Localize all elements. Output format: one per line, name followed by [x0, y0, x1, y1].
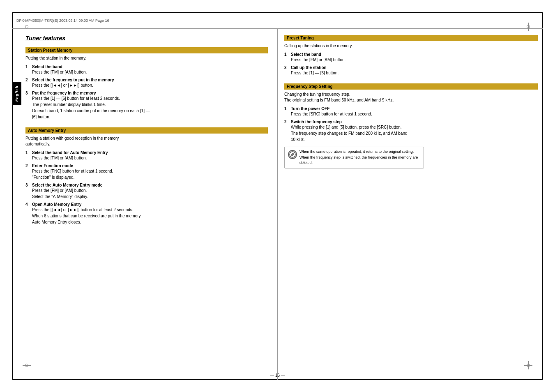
- auto-step-2-body: Press the [FNC] button for at least 1 se…: [25, 168, 268, 180]
- freq-step-2-body: While pressing the [1] and [5] button, p…: [284, 124, 538, 143]
- step-1-title: 1 Select the band: [25, 65, 268, 69]
- step-2-num: 2: [25, 78, 30, 82]
- frequency-step-desc: Changing the tuning frequency step. The …: [284, 92, 538, 103]
- auto-step-2-label: Enter Function mode: [32, 164, 73, 168]
- preset-step-2-label: Call up the station: [291, 65, 327, 70]
- auto-memory-desc: Putting a station with good reception in…: [25, 136, 268, 147]
- auto-step-4-label: Open Auto Memory Entry: [32, 202, 81, 207]
- step-2-label: Select the frequency to put in the memor…: [32, 78, 114, 82]
- auto-step-1-label: Select the band for Auto Memory Entry: [32, 150, 108, 155]
- side-label-english: English: [12, 82, 21, 105]
- step-2-title: 2 Select the frequency to put in the mem…: [25, 78, 268, 82]
- station-preset-desc: Putting the station in the memory.: [25, 55, 268, 61]
- step-1-num: 1: [25, 65, 30, 69]
- side-label-text: English: [15, 85, 19, 102]
- auto-step-1-title: 1 Select the band for Auto Memory Entry: [25, 150, 268, 155]
- preset-step-1-body: Press the [FM] or [AM] button.: [284, 57, 538, 63]
- step-3-body: Press the [1] — [6] button for at least …: [25, 95, 268, 120]
- auto-step-2: 2 Enter Function mode Press the [FNC] bu…: [25, 164, 268, 180]
- freq-step-1-title: 1 Turn the power OFF: [284, 106, 538, 111]
- note-text-2: When the frequency step is switched, the…: [299, 155, 418, 165]
- header-text: DPX-MP4050(M-TKR)(E) 2003.02.14 09:03 AM…: [16, 18, 109, 23]
- preset-step-1-label: Select the band: [291, 52, 321, 57]
- preset-tuning-section: Preset Tuning Calling up the stations in…: [284, 35, 538, 76]
- note-icon: [288, 150, 297, 159]
- freq-step-2-title: 2 Switch the frequency step: [284, 120, 538, 124]
- auto-step-3-num: 3: [25, 183, 30, 187]
- note-svg-icon: [289, 151, 296, 158]
- freq-step-1-label: Turn the power OFF: [291, 106, 329, 111]
- auto-step-4: 4 Open Auto Memory Entry Press the [|◄◄]…: [25, 202, 268, 225]
- border-right: [542, 12, 543, 380]
- freq-step-1-num: 1: [284, 106, 289, 111]
- preset-step-1: 1 Select the band Press the [FM] or [AM]…: [284, 52, 538, 63]
- note-box: When the same operation is repeated, it …: [284, 147, 424, 168]
- step-3-title: 3 Put the frequency in the memory: [25, 91, 268, 95]
- station-preset-section: Station Preset Memory Putting the statio…: [25, 47, 268, 120]
- step-3-label: Put the frequency in the memory: [32, 91, 96, 95]
- auto-step-3-body: Press the [FM] or [AM] button. Select th…: [25, 187, 268, 200]
- frequency-step-section: Frequency Step Setting Changing the tuni…: [284, 83, 538, 168]
- step-1-body: Press the [FM] or [AM] button.: [25, 69, 268, 75]
- auto-step-1: 1 Select the band for Auto Memory Entry …: [25, 150, 268, 161]
- step-1-label: Select the band: [32, 65, 62, 69]
- auto-step-3: 3 Select the Auto Memory Entry mode Pres…: [25, 183, 268, 200]
- left-column: Tuner features Station Preset Memory Put…: [21, 29, 276, 379]
- freq-step-1: 1 Turn the power OFF Press the [SRC] but…: [284, 106, 538, 117]
- preset-step-2-num: 2: [284, 65, 289, 70]
- preset-step-2-body: Press the [1] — [6] button.: [284, 70, 538, 76]
- auto-step-3-label: Select the Auto Memory Entry mode: [32, 183, 102, 187]
- content-area: Tuner features Station Preset Memory Put…: [21, 29, 542, 379]
- freq-step-2-num: 2: [284, 120, 289, 124]
- auto-step-4-body: Press the [|◄◄] or [►►|] button for at l…: [25, 207, 268, 225]
- frequency-step-header: Frequency Step Setting: [284, 83, 538, 90]
- page-title: Tuner features: [25, 35, 268, 42]
- freq-step-1-body: Press the [SRC] button for at least 1 se…: [284, 111, 538, 117]
- preset-step-1-title: 1 Select the band: [284, 52, 538, 57]
- right-column: Preset Tuning Calling up the stations in…: [276, 29, 542, 379]
- auto-step-4-title: 4 Open Auto Memory Entry: [25, 202, 268, 207]
- preset-step-2: 2 Call up the station Press the [1] — [6…: [284, 65, 538, 76]
- auto-step-4-num: 4: [25, 202, 30, 207]
- station-preset-header: Station Preset Memory: [25, 47, 268, 53]
- auto-step-1-num: 1: [25, 150, 30, 155]
- auto-memory-header: Auto Memory Entry: [25, 127, 268, 134]
- step-3-put: 3 Put the frequency in the memory Press …: [25, 91, 268, 120]
- page-number: — 16 —: [270, 373, 285, 378]
- freq-step-2: 2 Switch the frequency step While pressi…: [284, 120, 538, 143]
- auto-step-2-title: 2 Enter Function mode: [25, 164, 268, 168]
- auto-step-3-title: 3 Select the Auto Memory Entry mode: [25, 183, 268, 187]
- step-2-freq: 2 Select the frequency to put in the mem…: [25, 78, 268, 88]
- page-outer: DPX-MP4050(M-TKR)(E) 2003.02.14 09:03 AM…: [0, 0, 555, 392]
- step-3-num: 3: [25, 91, 30, 95]
- preset-tuning-header: Preset Tuning: [284, 35, 538, 41]
- preset-step-1-num: 1: [284, 52, 289, 57]
- preset-tuning-desc: Calling up the stations in the memory.: [284, 43, 538, 49]
- step-2-body: Press the [|◄◄] or [►►|] button.: [25, 82, 268, 88]
- note-text-area: When the same operation is repeated, it …: [299, 149, 420, 166]
- border-left: [12, 12, 13, 380]
- auto-step-2-num: 2: [25, 164, 30, 168]
- step-1-band: 1 Select the band Press the [FM] or [AM]…: [25, 65, 268, 75]
- auto-memory-section: Auto Memory Entry Putting a station with…: [25, 127, 268, 225]
- preset-step-2-title: 2 Call up the station: [284, 65, 538, 70]
- freq-step-2-label: Switch the frequency step: [291, 120, 342, 124]
- note-text-1: When the same operation is repeated, it …: [299, 150, 414, 154]
- auto-step-1-body: Press the [FM] or [AM] button.: [25, 155, 268, 161]
- header-area: DPX-MP4050(M-TKR)(E) 2003.02.14 09:03 AM…: [12, 12, 543, 29]
